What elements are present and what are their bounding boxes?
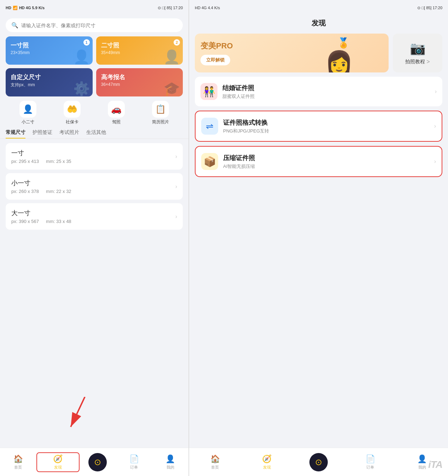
- feature-marriage[interactable]: 👫 结婚证件照 甜蜜双人证件照 ›: [195, 77, 442, 106]
- marriage-chevron: ›: [435, 88, 437, 95]
- list-item-xiaoyicun[interactable]: 小一寸 px: 260 x 378 mm: 22 x 32 ›: [6, 173, 183, 200]
- list-subs-1: px: 295 x 413 mm: 25 x 35: [11, 159, 177, 164]
- compress-title: 压缩证件照: [223, 154, 429, 162]
- feature-compress[interactable]: 📦 压缩证件照 AI智能无损压缩 ›: [195, 146, 442, 177]
- camera-icon-left: ⊙: [94, 457, 101, 467]
- left-time: ⊙ □[ 85] 17:20: [158, 6, 183, 10]
- tab-changgui[interactable]: 常规尺寸: [6, 129, 25, 139]
- card-gaokao[interactable]: 高考报名 36×47mm 🎓: [96, 68, 183, 96]
- convert-chevron: ›: [434, 123, 436, 129]
- marriage-subtitle: 甜蜜双人证件照: [222, 93, 430, 100]
- tutorial-label: 拍照教程: [405, 59, 425, 65]
- card-ercunzhao[interactable]: 2 二寸照 35×49mm 👤: [96, 36, 183, 65]
- nav-discover-right[interactable]: 🧭 发现: [241, 454, 292, 470]
- shortcut-jianli[interactable]: 📋 简历照片: [152, 101, 169, 125]
- tab-shenghuo[interactable]: 生活其他: [86, 129, 106, 139]
- compress-icon-wrap: 📦: [201, 153, 218, 170]
- shebao-label: 社保卡: [66, 119, 78, 125]
- unlock-button[interactable]: 立即解锁: [200, 55, 230, 65]
- nav-order-right[interactable]: 📄 订单: [344, 454, 396, 470]
- search-icon: 🔍: [11, 22, 18, 29]
- search-input[interactable]: [21, 23, 177, 28]
- card-title-1: 一寸照: [11, 41, 88, 49]
- marriage-title: 结婚证件照: [222, 84, 430, 92]
- list-px-2: px: 260 x 378: [11, 189, 39, 194]
- order-icon-right: 📄: [366, 454, 375, 464]
- card-figure-4: 🎓: [163, 81, 180, 96]
- card-title-2: 二寸照: [101, 41, 178, 49]
- card-figure-2: 👤: [163, 49, 180, 65]
- svg-line-1: [71, 397, 85, 427]
- right-page-title: 发现: [189, 16, 448, 34]
- feature-convert[interactable]: ⇌ 证件照格式转换 PNG和JPG/JPEG互转 ›: [195, 111, 442, 142]
- discover-icon-left: 🧭: [53, 454, 63, 464]
- nav-camera-right[interactable]: ⊙: [293, 453, 344, 471]
- marriage-icon: 👫: [203, 86, 215, 98]
- card-custom[interactable]: 自定义尺寸 支持px、mm ⚙️: [6, 68, 93, 96]
- icon-shortcuts: 👤 小二寸 🤲 社保卡 🚗 驾照 📋 简历照片: [0, 101, 188, 125]
- camera-btn-right[interactable]: ⊙: [309, 453, 328, 471]
- tutorial-chevron: >: [426, 59, 430, 65]
- photo-tutorial[interactable]: 📷 拍照教程 >: [393, 34, 442, 72]
- list-mm-2: mm: 22 x 32: [46, 189, 71, 194]
- arrow-annotation: [64, 397, 92, 434]
- shortcut-shebao[interactable]: 🤲 社保卡: [64, 101, 81, 125]
- chevron-2: ›: [175, 183, 177, 190]
- list-px-1: px: 295 x 413: [11, 159, 39, 164]
- pro-figure-icon: 👩: [325, 49, 353, 72]
- list-px-3: px: 390 x 567: [11, 219, 39, 224]
- pro-banner[interactable]: 变美PRO 立即解锁 🏅 👩: [195, 34, 389, 72]
- left-bottom-nav: 🏠 首页 🧭 发现 ⊙ 📄 订单 👤 我的: [0, 448, 188, 476]
- ita-watermark: iTA: [428, 459, 442, 470]
- shortcut-jiaz[interactable]: 🚗 驾照: [108, 101, 125, 125]
- category-tabs: 常规尺寸 护照签证 考试照片 生活其他: [0, 129, 188, 139]
- card-title-4: 高考报名: [101, 73, 178, 81]
- home-label-right: 首页: [211, 465, 219, 470]
- size-list: 一寸 px: 295 x 413 mm: 25 x 35 › 小一寸 px: 2…: [0, 143, 188, 230]
- left-speed: HD 4G 5.9 K/s: [19, 6, 45, 10]
- convert-text: 证件照格式转换 PNG和JPG/JPEG互转: [223, 118, 429, 134]
- jianli-icon: 📋: [152, 101, 169, 118]
- tab-huzhao[interactable]: 护照签证: [33, 129, 52, 139]
- convert-title: 证件照格式转换: [223, 118, 429, 127]
- camera-tutorial-icon: 📷: [410, 41, 426, 56]
- left-panel: HD 📶 HD 4G 5.9 K/s ⊙ □[ 85] 17:20 🔍 1 一寸…: [0, 0, 189, 476]
- chevron-1: ›: [175, 153, 177, 160]
- list-item-yicun[interactable]: 一寸 px: 295 x 413 mm: 25 x 35 ›: [6, 143, 183, 170]
- camera-btn-left[interactable]: ⊙: [88, 453, 107, 471]
- card-badge-1: 1: [83, 39, 90, 46]
- shortcut-xiaocun[interactable]: 👤 小二寸: [19, 101, 36, 125]
- list-title-3: 大一寸: [11, 209, 177, 217]
- convert-subtitle: PNG和JPG/JPEG互转: [223, 128, 429, 134]
- card-title-3: 自定义尺寸: [11, 73, 88, 81]
- order-label-left: 订单: [130, 465, 138, 470]
- nav-camera-left[interactable]: ⊙: [80, 453, 116, 471]
- jiaz-label: 驾照: [112, 119, 121, 125]
- left-signal-icon: HD: [6, 6, 11, 10]
- jianli-label: 简历照片: [152, 119, 169, 125]
- chevron-3: ›: [175, 213, 177, 220]
- nav-mine-left[interactable]: 👤 我的: [152, 454, 188, 470]
- discover-label-left: 发现: [54, 465, 62, 470]
- home-label-left: 首页: [14, 465, 22, 470]
- card-yicunzhao[interactable]: 1 一寸照 23×35mm 👤: [6, 36, 93, 65]
- mine-label-right: 我的: [418, 465, 426, 470]
- search-bar[interactable]: 🔍: [6, 18, 183, 32]
- list-mm-3: mm: 33 x 48: [46, 219, 71, 224]
- pro-left: 变美PRO 立即解锁: [200, 41, 233, 65]
- left-status-bar: HD 📶 HD 4G 5.9 K/s ⊙ □[ 85] 17:20: [0, 0, 188, 16]
- nav-home-right[interactable]: 🏠 首页: [189, 454, 241, 470]
- left-status-right: ⊙ □[ 85] 17:20: [158, 6, 183, 10]
- convert-icon-wrap: ⇌: [201, 118, 218, 135]
- list-item-dayicun[interactable]: 大一寸 px: 390 x 567 mm: 33 x 48 ›: [6, 203, 183, 230]
- jiaz-icon: 🚗: [108, 101, 125, 118]
- nav-home-left[interactable]: 🏠 首页: [0, 454, 36, 470]
- camera-icon-right: ⊙: [315, 457, 322, 467]
- marriage-text: 结婚证件照 甜蜜双人证件照: [222, 84, 430, 100]
- shebao-icon: 🤲: [64, 101, 81, 118]
- tab-kaoshi[interactable]: 考试照片: [59, 129, 79, 139]
- card-figure-3: ⚙️: [73, 81, 90, 96]
- nav-order-left[interactable]: 📄 订单: [116, 454, 152, 470]
- list-subs-2: px: 260 x 378 mm: 22 x 32: [11, 189, 177, 194]
- nav-discover-left[interactable]: 🧭 发现: [36, 452, 80, 472]
